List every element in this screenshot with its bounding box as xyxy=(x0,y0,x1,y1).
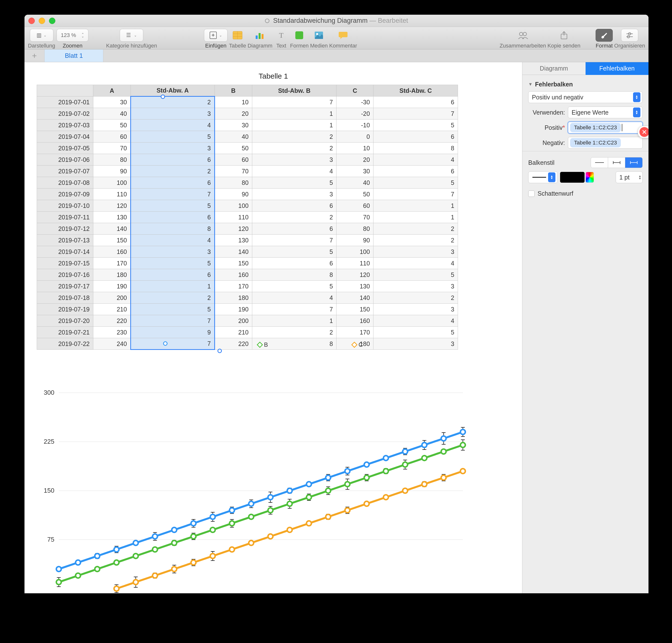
row-header[interactable]: 2019-07-01 xyxy=(37,96,93,108)
data-point[interactable] xyxy=(153,534,157,539)
data-point[interactable] xyxy=(287,488,292,493)
table-row[interactable]: 2019-07-18200218041402 xyxy=(37,292,458,304)
collaborate-icon[interactable] xyxy=(517,31,528,39)
table-cell[interactable]: 180 xyxy=(93,269,131,281)
table-cell[interactable]: 80 xyxy=(93,154,131,166)
minimize-icon[interactable] xyxy=(39,17,45,24)
table-row[interactable]: 2019-07-01302107-306 xyxy=(37,96,458,108)
series-B[interactable] xyxy=(56,440,465,587)
table-cell[interactable]: 8 xyxy=(373,143,458,154)
table-row[interactable]: 2019-07-16180616081205 xyxy=(37,269,458,281)
row-header[interactable]: 2019-07-09 xyxy=(37,189,93,200)
table-cell[interactable]: 6 xyxy=(131,211,215,223)
line-width-field[interactable]: 1 pt ▲▼ xyxy=(616,171,643,183)
negative-range-field[interactable]: Tabelle 1::C2:C23 xyxy=(568,137,643,149)
table-cell[interactable]: 2 xyxy=(373,292,458,304)
table-cell[interactable]: 5 xyxy=(373,269,458,281)
table-cell[interactable]: 200 xyxy=(215,315,252,327)
data-point[interactable] xyxy=(114,586,119,591)
table-cell[interactable]: 7 xyxy=(373,189,458,200)
table-cell[interactable]: 7 xyxy=(131,315,215,327)
table-cell[interactable]: 150 xyxy=(215,258,252,269)
data-point[interactable] xyxy=(307,521,311,526)
data-point[interactable] xyxy=(460,469,465,474)
data-point[interactable] xyxy=(56,580,61,584)
data-point[interactable] xyxy=(422,456,427,461)
table-cell[interactable]: 30 xyxy=(336,166,373,177)
column-header[interactable]: Std-Abw. B xyxy=(252,85,336,96)
table-cell[interactable]: 1 xyxy=(373,200,458,211)
table-cell[interactable]: 2 xyxy=(131,292,215,304)
row-header[interactable]: 2019-07-05 xyxy=(37,143,93,154)
table-cell[interactable]: 90 xyxy=(215,189,252,200)
column-header[interactable]: Std-Abw. C xyxy=(373,85,458,96)
table-cell[interactable]: 6 xyxy=(252,200,336,211)
selection-handle[interactable] xyxy=(161,95,165,99)
table-cell[interactable]: 2 xyxy=(252,211,336,223)
table-cell[interactable]: 5 xyxy=(252,246,336,258)
data-point[interactable] xyxy=(345,469,350,474)
table-cell[interactable]: 10 xyxy=(215,96,252,108)
data-point[interactable] xyxy=(153,573,157,578)
barstyle-segmented[interactable] xyxy=(591,157,643,168)
row-header[interactable]: 2019-07-22 xyxy=(37,338,93,350)
table-cell[interactable]: 4 xyxy=(131,234,215,246)
row-header[interactable]: 2019-07-11 xyxy=(37,211,93,223)
chart-icon[interactable] xyxy=(255,31,265,39)
table-cell[interactable]: 1 xyxy=(373,211,458,223)
data-point[interactable] xyxy=(384,469,388,474)
table-cell[interactable]: 3 xyxy=(252,189,336,200)
table-cell[interactable]: 7 xyxy=(131,338,215,350)
table-cell[interactable]: 60 xyxy=(336,200,373,211)
table-cell[interactable]: 2 xyxy=(252,131,336,143)
column-header[interactable]: A xyxy=(93,85,131,96)
table-cell[interactable]: 90 xyxy=(93,166,131,177)
table-cell[interactable]: 2 xyxy=(252,327,336,338)
table-cell[interactable]: 6 xyxy=(373,131,458,143)
table-row[interactable]: 2019-07-14160314051003 xyxy=(37,246,458,258)
table-cell[interactable]: 40 xyxy=(336,177,373,189)
data-point[interactable] xyxy=(441,449,446,454)
table-cell[interactable]: 170 xyxy=(336,327,373,338)
table-row[interactable]: 2019-07-05703502108 xyxy=(37,143,458,154)
table-cell[interactable]: 8 xyxy=(131,223,215,234)
row-header[interactable]: 2019-07-07 xyxy=(37,166,93,177)
row-header[interactable]: 2019-07-10 xyxy=(37,200,93,211)
positive-range-field[interactable]: Tabelle 1::C2:C23 xyxy=(568,122,643,133)
data-point[interactable] xyxy=(384,495,388,500)
table-cell[interactable]: 50 xyxy=(215,143,252,154)
table-cell[interactable]: -20 xyxy=(336,108,373,120)
table-row[interactable]: 2019-07-1012051006601 xyxy=(37,200,458,211)
table-cell[interactable]: 4 xyxy=(373,258,458,269)
table-cell[interactable]: 40 xyxy=(215,131,252,143)
table-cell[interactable]: 8 xyxy=(252,269,336,281)
column-header[interactable]: B xyxy=(215,85,252,96)
table-cell[interactable]: 140 xyxy=(93,223,131,234)
table-cell[interactable]: 160 xyxy=(336,315,373,327)
data-point[interactable] xyxy=(460,429,465,434)
table-cell[interactable]: 6 xyxy=(373,96,458,108)
use-select[interactable]: Eigene Werte ▲▼ xyxy=(568,107,643,118)
table-cell[interactable]: 7 xyxy=(252,234,336,246)
color-well[interactable] xyxy=(560,172,585,183)
table-cell[interactable]: 170 xyxy=(93,258,131,269)
data-point[interactable] xyxy=(249,501,254,506)
row-header[interactable]: 2019-07-15 xyxy=(37,258,93,269)
table-cell[interactable]: 5 xyxy=(131,304,215,315)
table-cell[interactable]: 3 xyxy=(131,143,215,154)
range-token[interactable]: Tabelle 1::C2:C23 xyxy=(570,123,621,132)
table-cell[interactable]: 6 xyxy=(131,154,215,166)
table-row[interactable]: 2019-07-1113061102701 xyxy=(37,211,458,223)
data-point[interactable] xyxy=(287,501,292,506)
table-cell[interactable]: 80 xyxy=(336,223,373,234)
table-cell[interactable]: 5 xyxy=(252,281,336,292)
data-point[interactable] xyxy=(345,508,350,513)
table-cell[interactable]: 140 xyxy=(336,292,373,304)
data-point[interactable] xyxy=(422,482,427,487)
data-point[interactable] xyxy=(403,449,408,454)
table-cell[interactable]: 5 xyxy=(131,258,215,269)
shadow-checkbox[interactable] xyxy=(528,191,535,197)
data-point[interactable] xyxy=(403,462,408,467)
table-cell[interactable]: 3 xyxy=(373,338,458,350)
format-button[interactable] xyxy=(596,29,613,41)
